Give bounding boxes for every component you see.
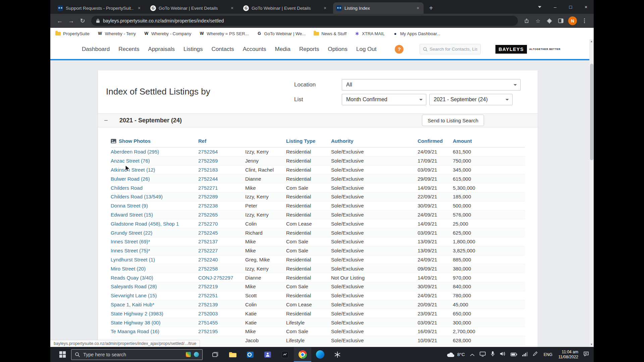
listing-address-link[interactable]: Bulwer Road (26) — [111, 176, 150, 182]
tab-close-icon[interactable]: × — [137, 5, 142, 11]
listing-ref-link[interactable]: 2752271 — [198, 185, 218, 191]
weather-widget[interactable]: 8°C — [446, 352, 465, 358]
close-button[interactable]: × — [578, 0, 594, 14]
nav-item-reports[interactable]: Reports — [299, 46, 319, 53]
tray-display-icon[interactable] — [480, 351, 486, 358]
tab-close-icon[interactable]: × — [229, 5, 235, 11]
listing-ref-link[interactable]: 2752227 — [198, 248, 218, 253]
listing-ref-link[interactable]: 2752269 — [198, 158, 218, 164]
listing-address-link[interactable]: Space 1, Kaiti Hub* — [111, 302, 154, 307]
maximize-button[interactable]: □ — [563, 0, 578, 14]
listing-address-link[interactable]: Grundy Street (22) — [111, 230, 152, 236]
listing-address-link[interactable]: Anzac Street (76) — [111, 158, 150, 164]
forward-icon[interactable]: → — [66, 15, 76, 26]
bookmark-star-icon[interactable]: ☆ — [533, 15, 543, 26]
listing-ref-link[interactable]: 2752240 — [198, 257, 218, 262]
tray-volume-icon[interactable] — [500, 351, 505, 358]
taskbar-clock[interactable]: 11:04 am 11/08/2022 — [558, 350, 578, 360]
listing-ref-link[interactable]: 2752137 — [198, 239, 218, 244]
scrollbar-thumb[interactable] — [590, 64, 593, 160]
listing-address-link[interactable]: Aberdeen Road (295) — [111, 149, 159, 155]
task-view-icon[interactable] — [207, 347, 224, 362]
nav-item-recents[interactable]: Recents — [118, 46, 139, 53]
browser-tab[interactable]: Support Requests - PropertySuit...× — [54, 2, 145, 14]
reload-icon[interactable]: ↻ — [77, 15, 88, 26]
bookmark-item[interactable]: WWhereby - Company — [144, 31, 191, 36]
tray-mic-icon[interactable] — [491, 351, 495, 358]
listing-ref-link[interactable]: CONJ-2752297 — [198, 275, 233, 281]
browser-tab[interactable]: Listing Index× — [333, 2, 424, 14]
search-highlight-icon-2[interactable] — [194, 352, 199, 357]
listing-address-link[interactable]: Atkinson Street (12) — [111, 167, 155, 173]
listing-address-link[interactable]: Innes Street (69)* — [111, 239, 150, 244]
list-period-select[interactable]: Month Confirmed — [342, 94, 426, 105]
tray-network-icon[interactable] — [522, 352, 528, 358]
listing-ref-link[interactable]: 2752265 — [198, 212, 218, 218]
nav-item-dashboard[interactable]: Dashboard — [82, 46, 110, 53]
listing-ref-link[interactable]: 2752195 — [198, 328, 218, 334]
nav-item-media[interactable]: Media — [275, 46, 290, 53]
app-icon-dark[interactable] — [276, 347, 294, 362]
chrome-icon[interactable] — [294, 347, 311, 362]
tab-close-icon[interactable]: × — [322, 5, 328, 11]
nav-item-accounts[interactable]: Accounts — [243, 46, 266, 53]
scroll-down-icon[interactable]: ▼ — [589, 342, 594, 347]
listing-address-link[interactable]: Edward Street (15) — [111, 212, 153, 218]
start-button[interactable] — [56, 347, 69, 362]
nav-item-listings[interactable]: Listings — [183, 46, 203, 53]
listing-address-link[interactable]: Reads Quay (3/40) — [111, 275, 153, 281]
listing-address-link[interactable]: Lyndhurst Street (1) — [111, 257, 155, 262]
listing-address-link[interactable]: State Highway 38 (00) — [111, 320, 160, 325]
bookmark-item[interactable]: WWhereby = PS SER... — [199, 31, 249, 36]
nav-item-appraisals[interactable]: Appraisals — [148, 46, 175, 53]
help-icon[interactable]: ? — [395, 45, 404, 54]
nav-item-log-out[interactable]: Log Out — [356, 46, 377, 53]
browser-tab[interactable]: GGoTo Webinar | Event Details× — [147, 2, 238, 14]
profile-avatar[interactable]: N — [568, 16, 577, 25]
listing-ref-link[interactable]: 2752003 — [198, 311, 218, 316]
new-tab-button[interactable]: + — [426, 3, 436, 13]
site-search-input[interactable] — [430, 47, 478, 52]
edge-icon[interactable] — [311, 347, 329, 362]
search-highlight-icon[interactable] — [186, 352, 191, 357]
listing-ref-link[interactable]: 2752219 — [198, 284, 218, 289]
tray-expand-icon[interactable] — [470, 352, 475, 358]
column-header-show-photos[interactable]: Show Photos — [111, 138, 198, 147]
bookmark-item[interactable]: ●My Apps Dashboar... — [393, 31, 440, 36]
browser-menu-icon[interactable] — [579, 15, 590, 26]
listing-address-link[interactable]: Te Maanga Road (16) — [111, 328, 159, 334]
tab-close-icon[interactable]: × — [415, 5, 421, 11]
url-bar[interactable]: bayleys.propertysuite.co.nz/admin/proper… — [91, 16, 518, 26]
bookmark-item[interactable]: News & Stuff — [314, 31, 346, 36]
listing-address-link[interactable]: Innes Street (75)* — [111, 248, 150, 253]
listing-address-link[interactable]: Miro Street (20) — [111, 266, 146, 272]
listing-ref-link[interactable]: 2752270 — [198, 221, 218, 227]
file-explorer-icon[interactable] — [224, 347, 241, 362]
side-panel-icon[interactable] — [555, 15, 566, 26]
browser-tab[interactable]: GGoTo Webinar | Event Details× — [240, 2, 331, 14]
listing-address-link[interactable]: State Highway 2 (3983) — [111, 311, 163, 316]
send-to-listing-search-button[interactable]: Send to Listing Search — [422, 115, 484, 126]
collapse-toggle[interactable]: − — [104, 117, 114, 124]
listing-ref-link[interactable]: 2752245 — [198, 230, 218, 236]
extensions-puzzle-icon[interactable] — [544, 15, 555, 26]
listing-ref-link[interactable]: 2752289 — [198, 194, 218, 199]
tray-battery-icon[interactable] — [511, 352, 517, 358]
back-icon[interactable]: ← — [54, 15, 65, 26]
listing-address-link[interactable]: Saleyards Road (28) — [111, 284, 157, 289]
page-scrollbar[interactable]: ▲ ▼ — [589, 39, 594, 347]
listing-ref-link[interactable]: 2752251 — [198, 293, 218, 298]
tray-pen-icon[interactable] — [533, 351, 538, 358]
listing-ref-link[interactable]: 2752264 — [198, 149, 218, 155]
listing-ref-link[interactable]: 2752244 — [198, 176, 218, 182]
tab-search-chevron-icon[interactable] — [532, 0, 547, 14]
bookmark-item[interactable]: WWhereby - Terry — [98, 31, 136, 36]
listing-address-link[interactable]: Sievwright Lane (15) — [111, 293, 157, 298]
listing-address-link[interactable]: Childers Road (13/549) — [111, 194, 163, 199]
listing-ref-link[interactable]: 2751455 — [198, 320, 218, 325]
teams-icon[interactable] — [259, 347, 276, 362]
location-select[interactable]: All — [342, 79, 521, 90]
action-center-icon[interactable] — [583, 351, 589, 358]
share-icon[interactable] — [521, 15, 532, 26]
listing-ref-link[interactable]: 2752139 — [198, 302, 218, 307]
